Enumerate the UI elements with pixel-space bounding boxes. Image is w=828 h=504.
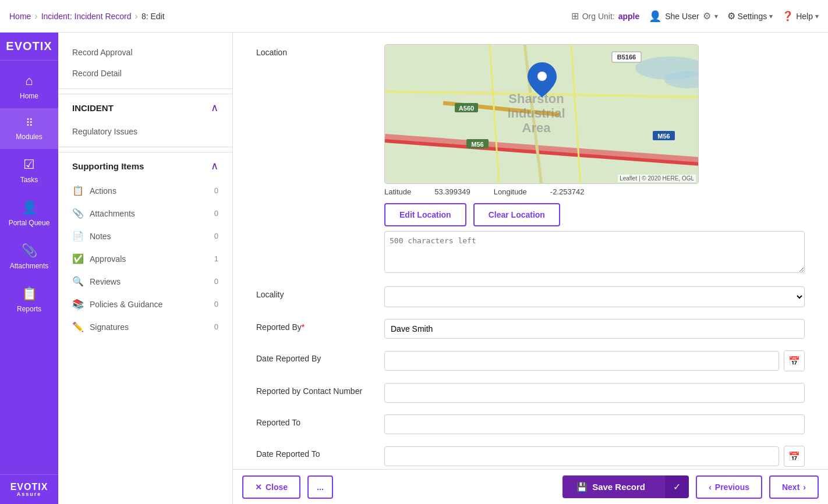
sidebar-item-home[interactable]: ⌂ Home	[0, 65, 58, 108]
nav-item-regulatory-issues[interactable]: Regulatory Issues	[58, 121, 232, 142]
breadcrumb-sep1: ›	[34, 11, 37, 22]
reported-to-input[interactable]	[384, 414, 805, 434]
top-nav: Home › Incident: Incident Record › 8: Ed…	[0, 0, 828, 33]
tasks-icon: ☑	[23, 157, 35, 172]
help-label: Help	[796, 12, 813, 21]
logo-sub-bottom: Assure	[17, 491, 42, 497]
save-icon: 💾	[576, 482, 588, 492]
si-item-reviews[interactable]: 🔍 Reviews 0	[58, 270, 232, 293]
si-item-notes[interactable]: 📄 Notes 0	[58, 225, 232, 247]
approvals-icon: ✅	[72, 253, 84, 264]
sidebar-item-tasks[interactable]: ☑ Tasks	[0, 149, 58, 192]
date-reported-to-input[interactable]	[384, 446, 779, 466]
form-row-locality: Locality	[256, 286, 805, 307]
edit-location-button[interactable]: Edit Location	[384, 203, 466, 226]
org-unit-label: Org Unit:	[582, 12, 615, 21]
sidebar-item-portal-queue[interactable]: 👤 Portal Queue	[0, 192, 58, 235]
date-reported-by-label: Date Reported By	[256, 350, 373, 363]
contact-number-input[interactable]	[384, 383, 805, 403]
sidebar-item-modules[interactable]: ⠿ Modules	[0, 108, 58, 149]
si-item-signatures[interactable]: ✏️ Signatures 0	[58, 315, 232, 338]
map-background: B5166 A560 M56 M56	[385, 45, 698, 183]
si-item-label-notes: Notes	[90, 232, 208, 241]
form-row-date-reported-by: Date Reported By 📅	[256, 350, 805, 371]
next-chevron-icon: ›	[803, 482, 806, 492]
si-item-attachments[interactable]: 📎 Attachments 0	[58, 202, 232, 225]
more-button[interactable]: ...	[307, 475, 333, 499]
logo-text-top: EVOTIX	[6, 40, 52, 53]
modules-icon: ⠿	[26, 116, 33, 129]
contact-number-label: Reported by Contact Number	[256, 383, 373, 396]
incident-collapse-btn[interactable]: ∧	[211, 101, 218, 114]
reported-by-input[interactable]	[384, 319, 805, 339]
form-row-reported-by: Reported By*	[256, 319, 805, 339]
nav-item-record-approval[interactable]: Record Approval	[58, 42, 232, 63]
portal-queue-icon: 👤	[22, 200, 37, 215]
reported-by-control	[384, 319, 805, 339]
date-reported-to-calendar-btn[interactable]: 📅	[784, 446, 805, 467]
settings-section[interactable]: ⚙ Settings ▾	[727, 10, 773, 22]
user-section[interactable]: 👤 She User ⚙ ▾	[649, 10, 717, 23]
breadcrumb-current: 8: Edit	[141, 12, 165, 21]
breadcrumb-incident[interactable]: Incident: Incident Record	[41, 12, 132, 21]
sidebar-item-attachments[interactable]: 📎 Attachments	[0, 235, 58, 278]
signatures-icon: ✏️	[72, 321, 84, 332]
longitude-value: -2.253742	[550, 187, 585, 196]
si-item-label-approvals: Approvals	[90, 254, 208, 264]
si-item-policies[interactable]: 📚 Policies & Guidance 0	[58, 293, 232, 315]
sidebar-logo-top: EVOTIX	[0, 33, 58, 61]
si-item-label-policies: Policies & Guidance	[90, 300, 208, 309]
contact-number-control	[384, 383, 805, 403]
incident-section-title: INCIDENT	[72, 103, 114, 113]
main-content: Location	[233, 33, 828, 504]
map-svg: B5166 A560 M56 M56	[385, 45, 698, 183]
location-notes-textarea[interactable]	[384, 231, 805, 273]
date-reported-by-calendar-btn[interactable]: 📅	[784, 350, 805, 371]
org-unit-icon: ⊞	[571, 10, 579, 22]
previous-chevron-icon: ‹	[709, 482, 712, 492]
si-item-label-actions: Actions	[90, 186, 208, 196]
latitude-label: Latitude	[384, 187, 411, 196]
map-buttons: Edit Location Clear Location	[384, 203, 805, 226]
breadcrumb-home[interactable]: Home	[9, 12, 31, 21]
date-reported-by-control: 📅	[384, 350, 805, 371]
map-coords: Latitude 53.399349 Longitude -2.253742	[384, 187, 805, 196]
svg-point-25	[537, 72, 547, 81]
svg-text:B5166: B5166	[617, 54, 636, 61]
clear-location-button[interactable]: Clear Location	[473, 203, 560, 226]
form-row-date-reported-to: Date Reported To 📅	[256, 446, 805, 467]
previous-label: Previous	[715, 482, 749, 492]
sidebar-item-reports[interactable]: 📋 Reports	[0, 278, 58, 321]
si-item-approvals[interactable]: ✅ Approvals 1	[58, 247, 232, 270]
help-section[interactable]: ❓ Help ▾	[782, 10, 819, 22]
main-layout: EVOTIX ⌂ Home ⠿ Modules ☑ Tasks 👤 Portal…	[0, 33, 828, 504]
svg-text:M56: M56	[471, 141, 483, 148]
location-control: B5166 A560 M56 M56	[384, 44, 805, 275]
supporting-items-title: Supporting Items	[72, 161, 144, 171]
date-reported-to-row: 📅	[384, 446, 805, 467]
date-reported-to-control: 📅	[384, 446, 805, 467]
si-item-count-actions: 0	[214, 186, 218, 195]
locality-control	[384, 286, 805, 307]
save-record-suffix-button[interactable]: ✓	[665, 475, 689, 498]
form-row-location: Location	[256, 44, 805, 275]
sidebar-item-label-home: Home	[20, 92, 38, 100]
supporting-items-collapse-btn[interactable]: ∧	[211, 159, 218, 172]
form-row-contact-number: Reported by Contact Number	[256, 383, 805, 403]
required-asterisk: *	[302, 322, 305, 332]
next-button[interactable]: Next ›	[769, 475, 819, 499]
nav-item-record-detail[interactable]: Record Detail	[58, 63, 232, 84]
close-button[interactable]: ✕ Close	[242, 475, 300, 499]
save-record-button[interactable]: 💾 Save Record	[562, 475, 667, 498]
si-item-label-attachments: Attachments	[90, 209, 208, 218]
si-item-count-notes: 0	[214, 232, 218, 240]
notes-icon: 📄	[72, 230, 84, 242]
date-reported-by-input[interactable]	[384, 351, 779, 371]
sidebar-item-label-portal-queue: Portal Queue	[9, 219, 50, 227]
si-item-actions[interactable]: 📋 Actions 0	[58, 179, 232, 202]
locality-label: Locality	[256, 286, 373, 299]
si-item-count-attachments: 0	[214, 209, 218, 218]
next-label: Next	[782, 482, 799, 492]
previous-button[interactable]: ‹ Previous	[696, 475, 762, 499]
locality-select[interactable]	[384, 286, 805, 307]
